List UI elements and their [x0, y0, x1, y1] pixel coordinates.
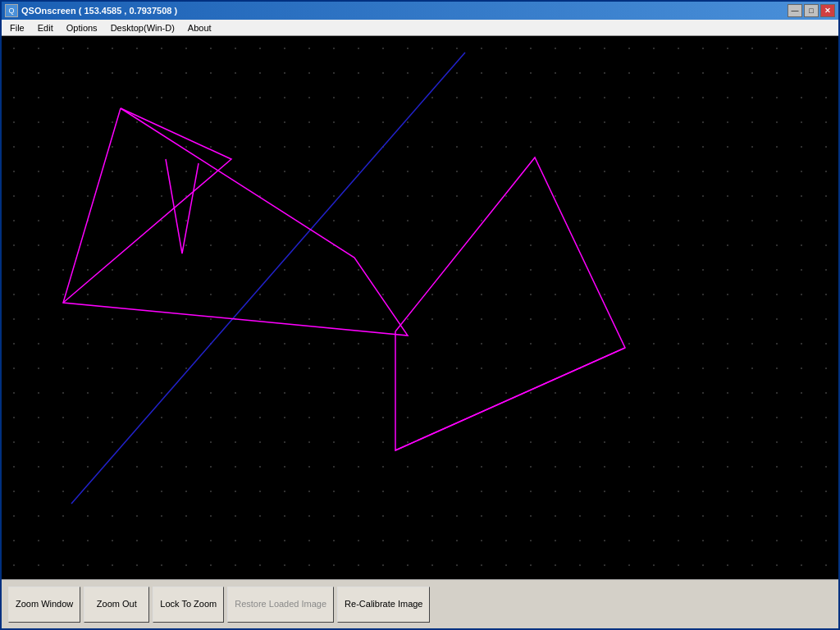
canvas-area[interactable]	[2, 36, 838, 579]
re-calibrate-image-button[interactable]: Re-Calibrate Image	[337, 587, 430, 623]
menu-options[interactable]: Options	[60, 22, 104, 34]
toolbar: Zoom Window Zoom Out Lock To Zoom Restor…	[2, 579, 838, 628]
menu-desktop[interactable]: Desktop(Win-D)	[104, 22, 181, 34]
window-title: QSOnscreen ( 153.4585 , 0.7937508 )	[21, 6, 177, 16]
minimize-button[interactable]: —	[788, 4, 802, 17]
title-bar: Q QSOnscreen ( 153.4585 , 0.7937508 ) — …	[2, 2, 838, 20]
app-icon-label: Q	[8, 7, 14, 15]
svg-rect-1	[2, 36, 838, 579]
menu-edit[interactable]: Edit	[31, 22, 60, 34]
restore-loaded-image-button[interactable]: Restore Loaded Image	[227, 587, 334, 623]
title-bar-left: Q QSOnscreen ( 153.4585 , 0.7937508 )	[5, 4, 177, 17]
app-icon: Q	[5, 4, 18, 17]
window-controls: — □ ✕	[788, 4, 835, 17]
maximize-button[interactable]: □	[804, 4, 819, 17]
menu-bar: File Edit Options Desktop(Win-D) About	[2, 20, 838, 36]
app-window: Q QSOnscreen ( 153.4585 , 0.7937508 ) — …	[0, 0, 840, 630]
menu-about[interactable]: About	[181, 22, 218, 34]
menu-file[interactable]: File	[3, 22, 31, 34]
close-button[interactable]: ✕	[820, 4, 835, 17]
zoom-out-button[interactable]: Zoom Out	[84, 587, 149, 623]
drawing-canvas	[2, 36, 838, 579]
zoom-window-button[interactable]: Zoom Window	[8, 587, 80, 623]
lock-to-zoom-button[interactable]: Lock To Zoom	[153, 587, 224, 623]
